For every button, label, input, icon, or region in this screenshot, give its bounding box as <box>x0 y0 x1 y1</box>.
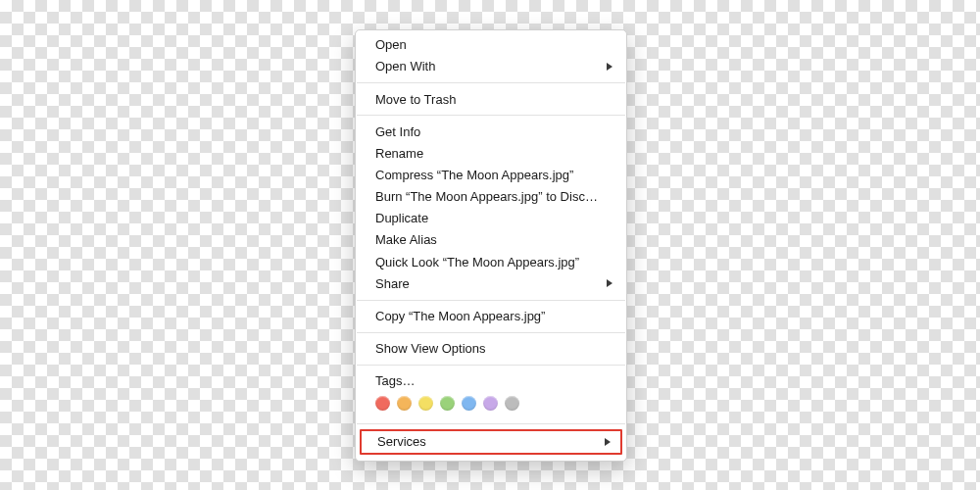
menu-item-label: Share <box>375 275 410 293</box>
menu-item-burn[interactable]: Burn “The Moon Appears.jpg” to Disc… <box>356 186 626 208</box>
menu-item-label: Tags… <box>375 372 415 390</box>
tag-color-row <box>356 392 626 418</box>
menu-item-label: Move to Trash <box>375 91 456 109</box>
chevron-right-icon <box>607 63 612 71</box>
menu-item-label: Make Alias <box>375 231 437 249</box>
menu-item-label: Copy “The Moon Appears.jpg” <box>375 308 545 325</box>
menu-item-open[interactable]: Open <box>356 34 626 56</box>
menu-separator <box>357 300 625 301</box>
chevron-right-icon <box>607 279 612 287</box>
menu-item-duplicate[interactable]: Duplicate <box>356 208 626 229</box>
context-menu: Open Open With Move to Trash Get Info Re… <box>355 29 627 462</box>
menu-item-rename[interactable]: Rename <box>356 143 626 165</box>
menu-item-move-to-trash[interactable]: Move to Trash <box>356 88 626 110</box>
menu-separator <box>357 423 625 424</box>
menu-item-label: Services <box>377 433 426 451</box>
tag-dot-gray[interactable] <box>505 396 519 411</box>
tag-dot-red[interactable] <box>375 396 390 411</box>
menu-separator <box>357 365 625 366</box>
menu-item-share[interactable]: Share <box>356 272 626 294</box>
menu-separator <box>357 115 625 116</box>
chevron-right-icon <box>605 438 611 446</box>
menu-item-label: Rename <box>375 145 423 163</box>
tag-dot-blue[interactable] <box>462 396 476 411</box>
menu-item-open-with[interactable]: Open With <box>356 56 626 77</box>
menu-item-tags[interactable]: Tags… <box>356 370 626 392</box>
menu-separator <box>357 332 625 333</box>
menu-item-compress[interactable]: Compress “The Moon Appears.jpg” <box>356 165 626 186</box>
menu-item-copy[interactable]: Copy “The Moon Appears.jpg” <box>356 306 626 327</box>
menu-item-label: Get Info <box>375 123 420 141</box>
menu-item-label: Quick Look “The Moon Appears.jpg” <box>375 254 579 271</box>
tag-dot-green[interactable] <box>440 396 455 411</box>
menu-item-make-alias[interactable]: Make Alias <box>356 229 626 251</box>
tag-dot-orange[interactable] <box>397 396 412 411</box>
menu-item-label: Compress “The Moon Appears.jpg” <box>375 167 573 184</box>
menu-item-label: Open With <box>375 58 435 75</box>
menu-separator <box>357 82 625 83</box>
menu-item-get-info[interactable]: Get Info <box>356 121 626 142</box>
menu-item-show-view-options[interactable]: Show View Options <box>356 338 626 360</box>
tag-dot-purple[interactable] <box>483 396 498 411</box>
menu-item-services[interactable]: Services <box>362 431 620 453</box>
menu-item-quick-look[interactable]: Quick Look “The Moon Appears.jpg” <box>356 251 626 272</box>
tag-dot-yellow[interactable] <box>418 396 433 411</box>
menu-item-label: Duplicate <box>375 210 428 227</box>
highlight-annotation: Services <box>360 429 622 455</box>
menu-item-label: Show View Options <box>375 340 486 358</box>
menu-item-label: Open <box>375 36 407 54</box>
menu-item-label: Burn “The Moon Appears.jpg” to Disc… <box>375 188 598 206</box>
